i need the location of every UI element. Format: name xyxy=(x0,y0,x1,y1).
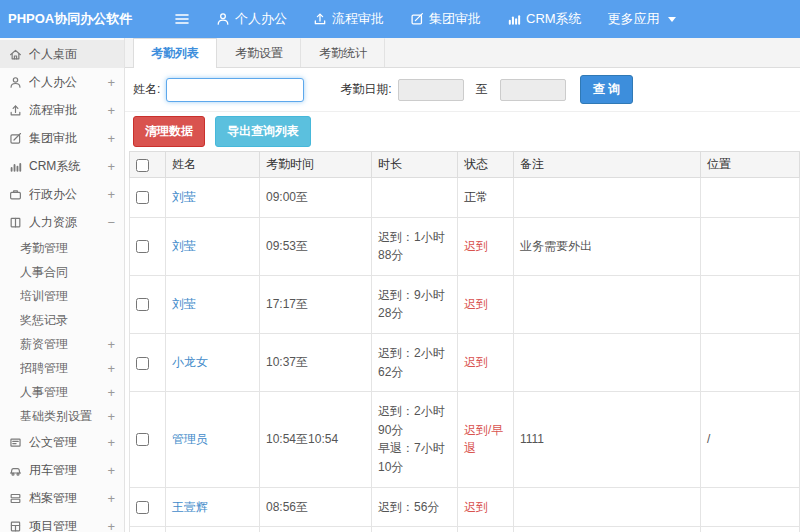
sidebar-item-personal-desktop[interactable]: 个人桌面 xyxy=(0,40,124,68)
expand-plus-icon[interactable]: + xyxy=(107,519,118,532)
topnav-item-personal-office[interactable]: 个人办公 xyxy=(216,10,287,28)
expand-plus-icon[interactable]: + xyxy=(107,75,118,90)
sidebar-item-archive-management[interactable]: 档案管理+ xyxy=(0,484,124,512)
date-to-input[interactable] xyxy=(500,79,566,101)
remark-cell xyxy=(514,333,701,391)
topnav-item-label: 个人办公 xyxy=(235,10,287,28)
status-cell: 正常 xyxy=(458,178,514,218)
row-checkbox[interactable] xyxy=(136,501,149,514)
column-header: 考勤时间 xyxy=(260,152,372,178)
sidebar-subitem-recruitment-management[interactable]: 招聘管理+ xyxy=(0,356,124,380)
location-cell: / xyxy=(701,527,800,532)
menu-toggle-icon[interactable] xyxy=(174,11,190,27)
column-header: 姓名 xyxy=(166,152,260,178)
expand-plus-icon[interactable]: + xyxy=(107,103,118,118)
expand-plus-icon[interactable]: + xyxy=(107,409,118,424)
expand-plus-icon[interactable]: + xyxy=(107,361,118,376)
row-checkbox[interactable] xyxy=(136,240,149,253)
sidebar-item-label: 培训管理 xyxy=(20,288,118,305)
status-cell: 迟到/早退 xyxy=(458,527,514,532)
row-checkbox[interactable] xyxy=(136,191,149,204)
employee-name-link[interactable]: 王壹辉 xyxy=(172,500,208,514)
topnav-item-workflow-approval[interactable]: 流程审批 xyxy=(313,10,384,28)
sidebar-item-vehicle-management[interactable]: 用车管理+ xyxy=(0,456,124,484)
sidebar-item-project-management[interactable]: 项目管理+ xyxy=(0,512,124,532)
employee-name-link[interactable]: 管理员 xyxy=(172,432,208,446)
sidebar-subitem-training-management[interactable]: 培训管理 xyxy=(0,284,124,308)
expand-plus-icon[interactable]: + xyxy=(107,337,118,352)
attendance-time-cell: 09:53至 xyxy=(260,217,372,275)
duration-cell: 迟到：9小时28分 xyxy=(372,275,458,333)
table-row: 刘莹09:00至正常 xyxy=(130,178,800,218)
sidebar-item-admin-office[interactable]: 行政办公+ xyxy=(0,180,124,208)
location-cell xyxy=(701,333,800,391)
attendance-time-cell: 13:20至13:20 xyxy=(260,527,372,532)
remark-cell: 业务需要外出 xyxy=(514,217,701,275)
topnav-item-label: CRM系统 xyxy=(526,10,582,28)
employee-name-link[interactable]: 小龙女 xyxy=(172,355,208,369)
expand-plus-icon[interactable]: + xyxy=(107,463,118,478)
location-cell xyxy=(701,275,800,333)
sidebar-item-label: 个人办公 xyxy=(29,74,107,91)
attendance-table: 姓名考勤时间时长状态备注位置 刘莹09:00至正常刘莹09:53至迟到：1小时8… xyxy=(129,151,800,532)
sidebar-item-label: 招聘管理 xyxy=(20,360,107,377)
sidebar-item-group-approval[interactable]: 集团审批+ xyxy=(0,124,124,152)
sidebar-subitem-personnel-contract[interactable]: 人事合同 xyxy=(0,260,124,284)
tab-attendance-settings[interactable]: 考勤设置 xyxy=(217,38,301,67)
tab-attendance-stats[interactable]: 考勤统计 xyxy=(301,38,385,67)
user-icon xyxy=(8,76,23,89)
table-row: 黄蓉13:20至13:20迟到：5小时33分早退：4小时67分迟到/早退/ xyxy=(130,527,800,532)
row-checkbox[interactable] xyxy=(136,298,149,311)
table-row: 刘莹09:53至迟到：1小时88分迟到业务需要外出 xyxy=(130,217,800,275)
expand-plus-icon[interactable]: + xyxy=(107,131,118,146)
topnav-item-group-approval[interactable]: 集团审批 xyxy=(410,10,481,28)
location-cell xyxy=(701,487,800,527)
tab-attendance-list[interactable]: 考勤列表 xyxy=(133,38,217,68)
sidebar-subitem-attendance-management[interactable]: 考勤管理 xyxy=(0,236,124,260)
column-header: 时长 xyxy=(372,152,458,178)
table-header-row: 姓名考勤时间时长状态备注位置 xyxy=(130,152,800,178)
sidebar-item-label: 项目管理 xyxy=(29,518,107,532)
sidebar-item-human-resources[interactable]: 人力资源− xyxy=(0,208,124,236)
name-input[interactable] xyxy=(166,78,304,102)
collapse-minus-icon[interactable]: − xyxy=(107,215,118,230)
sidebar-item-label: 公文管理 xyxy=(29,434,107,451)
sidebar-item-workflow-approval[interactable]: 流程审批+ xyxy=(0,96,124,124)
clean-data-button[interactable]: 清理数据 xyxy=(133,116,205,147)
expand-plus-icon[interactable]: + xyxy=(107,491,118,506)
sidebar-item-document-management[interactable]: 公文管理+ xyxy=(0,428,124,456)
sidebar-item-label: 人力资源 xyxy=(29,214,107,231)
attendance-time-cell: 10:54至10:54 xyxy=(260,392,372,487)
employee-name-link[interactable]: 刘莹 xyxy=(172,239,196,253)
topnav-item-crm-system[interactable]: CRM系统 xyxy=(507,10,582,28)
row-checkbox[interactable] xyxy=(136,357,149,370)
duration-cell: 迟到：2小时90分早退：7小时10分 xyxy=(372,392,458,487)
action-buttons: 清理数据 导出查询列表 xyxy=(125,112,800,151)
sidebar-subitem-base-category-settings[interactable]: 基础类别设置+ xyxy=(0,404,124,428)
sidebar-item-personal-office[interactable]: 个人办公+ xyxy=(0,68,124,96)
export-list-button[interactable]: 导出查询列表 xyxy=(215,116,311,147)
employee-name-link[interactable]: 刘莹 xyxy=(172,297,196,311)
chart-icon xyxy=(507,12,521,26)
sidebar-subitem-personnel-management[interactable]: 人事管理+ xyxy=(0,380,124,404)
remark-cell xyxy=(514,178,701,218)
main-content: 考勤列表考勤设置考勤统计 姓名: 考勤日期: 至 查 询 清理数据 导出查询列表… xyxy=(125,38,800,532)
row-checkbox[interactable] xyxy=(136,433,149,446)
select-all-checkbox[interactable] xyxy=(136,159,149,172)
date-from-input[interactable] xyxy=(398,79,464,101)
sidebar-subitem-salary-management[interactable]: 薪资管理+ xyxy=(0,332,124,356)
expand-plus-icon[interactable]: + xyxy=(107,435,118,450)
sidebar-item-crm-system[interactable]: CRM系统+ xyxy=(0,152,124,180)
status-cell: 迟到 xyxy=(458,275,514,333)
remark-cell xyxy=(514,527,701,532)
name-label: 姓名: xyxy=(133,81,160,98)
query-button[interactable]: 查 询 xyxy=(580,75,633,104)
expand-plus-icon[interactable]: + xyxy=(107,159,118,174)
topnav-item-more-apps[interactable]: 更多应用 xyxy=(608,10,676,28)
employee-name-link[interactable]: 刘莹 xyxy=(172,190,196,204)
attendance-time-cell: 17:17至 xyxy=(260,275,372,333)
briefcase-icon xyxy=(8,188,23,201)
expand-plus-icon[interactable]: + xyxy=(107,385,118,400)
expand-plus-icon[interactable]: + xyxy=(107,187,118,202)
sidebar-subitem-reward-punishment-records[interactable]: 奖惩记录 xyxy=(0,308,124,332)
